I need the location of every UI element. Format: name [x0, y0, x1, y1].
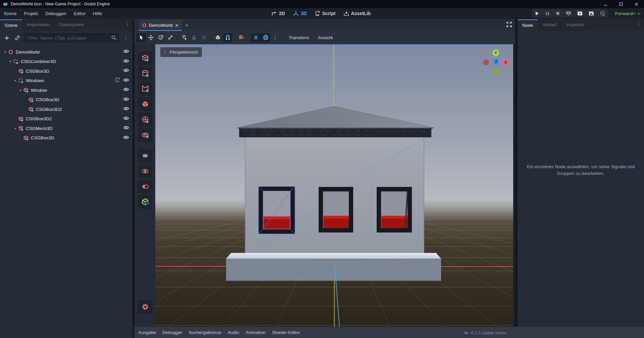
csg-polygon-tool-icon[interactable]	[138, 82, 153, 96]
scene-tab-demoworld[interactable]: DemoWorld	[139, 20, 182, 31]
menu-szene[interactable]: Szene	[0, 11, 20, 16]
play-icon[interactable]	[535, 11, 539, 16]
local-space-button[interactable]	[213, 33, 223, 42]
tab-2d[interactable]: 2D	[271, 11, 285, 16]
menu-editor[interactable]: Editor	[70, 11, 89, 16]
menu-projekt[interactable]: Projekt	[20, 11, 42, 16]
tree-node-demoworld[interactable]: ▾ DemoWorld	[0, 47, 132, 57]
panel-animation[interactable]: Animation	[246, 330, 266, 335]
chevron-down-icon[interactable]: ▾	[13, 79, 18, 82]
panel-shader-editor[interactable]: Shader-Editor	[272, 330, 300, 335]
minimize-button[interactable]	[598, 0, 613, 8]
script-icon[interactable]	[115, 77, 120, 84]
remote-play-icon[interactable]	[566, 11, 571, 16]
select-tool-button[interactable]	[136, 33, 146, 42]
add-node-button[interactable]	[3, 34, 11, 42]
tab-szene[interactable]: Szene	[0, 19, 22, 31]
csg-primitive-tool-icon[interactable]	[138, 97, 153, 111]
csg-union-icon[interactable]	[138, 149, 153, 163]
chevron-down-icon[interactable]: ▾	[13, 127, 18, 130]
tree-node-csgcombiner3d[interactable]: ▾ CSGCombiner3D	[0, 57, 132, 67]
renderer-selector[interactable]: Forward+	[615, 9, 641, 18]
tree-node-csgbox3d[interactable]: CSGBox3D	[0, 133, 132, 143]
lock-button[interactable]	[189, 33, 199, 42]
tree-node-csgbox3d[interactable]: CSGBox3D	[0, 95, 132, 105]
3d-viewport[interactable]: Y Z X ⋮ Perspektivisch	[155, 44, 513, 327]
play-custom-scene-icon[interactable]	[589, 11, 594, 16]
visibility-eye-icon[interactable]	[123, 58, 129, 65]
tree-node-csgbox3d2[interactable]: CSGBox3D2	[0, 114, 132, 124]
tree-node-csgbox3d[interactable]: CSGBox3D	[0, 66, 132, 76]
visibility-eye-icon[interactable]	[123, 116, 129, 122]
menu-debuggen[interactable]: Debuggen	[42, 11, 70, 16]
pause-icon[interactable]	[545, 11, 550, 16]
tab-node[interactable]: Node	[518, 19, 538, 31]
csg-subtraction-icon[interactable]	[138, 180, 153, 194]
snap-toggle-button[interactable]	[223, 33, 232, 42]
panel-audio[interactable]: Audio	[227, 330, 239, 335]
play-scene-icon[interactable]	[577, 11, 583, 16]
maximize-button[interactable]	[613, 0, 629, 8]
visibility-eye-icon[interactable]	[123, 96, 129, 103]
csg-intersection-icon[interactable]	[138, 164, 153, 178]
panel-debugger[interactable]: Debugger	[162, 330, 182, 335]
tab-dateisystem[interactable]: Dateisystem	[55, 19, 89, 31]
environment-toggle-button[interactable]	[261, 33, 270, 42]
viewport-options-icon[interactable]: ⋮	[270, 33, 280, 42]
tree-node-csgmesh3d[interactable]: ▾ CSGMesh3D	[0, 124, 132, 133]
visibility-eye-icon[interactable]	[123, 49, 129, 55]
csg-box-tool-icon[interactable]	[138, 51, 153, 65]
tree-node-window[interactable]: ▾ Window	[0, 85, 132, 95]
visibility-eye-icon[interactable]	[123, 106, 129, 113]
dock-menu-icon[interactable]: ⋮	[636, 21, 642, 27]
menu-hilfe[interactable]: Hilfe	[89, 11, 106, 16]
visibility-eye-icon[interactable]	[123, 125, 129, 132]
tree-node-csgbox3d2[interactable]: CSGBox3D2	[0, 105, 132, 114]
gridmap-icon[interactable]	[138, 195, 153, 209]
visibility-eye-icon[interactable]	[123, 77, 129, 84]
instance-scene-button[interactable]	[13, 34, 21, 42]
expand-viewport-icon[interactable]	[506, 21, 513, 29]
sun-toggle-button[interactable]	[251, 33, 261, 42]
chevron-down-icon[interactable]: ▾	[18, 88, 23, 92]
tree-node-windows[interactable]: ▾ Windows	[0, 76, 132, 86]
move-tool-button[interactable]	[146, 33, 156, 42]
dock-menu-icon[interactable]: ⋮	[124, 21, 130, 27]
close-tab-icon[interactable]	[175, 24, 178, 27]
camera-preview-button[interactable]	[237, 33, 247, 42]
chevron-down-icon[interactable]: ▾	[3, 50, 8, 54]
visibility-eye-icon[interactable]	[123, 87, 129, 93]
scene-filter-input[interactable]	[24, 33, 119, 43]
csg-cylinder-tool-icon[interactable]	[138, 66, 153, 80]
scale-tool-button[interactable]	[165, 33, 175, 42]
movie-mode-icon[interactable]	[600, 11, 605, 16]
tab-assetlib[interactable]: AssetLib	[343, 11, 371, 16]
csg-box-icon	[18, 68, 24, 74]
visibility-eye-icon[interactable]	[123, 68, 129, 74]
visibility-eye-icon[interactable]	[123, 135, 129, 141]
dock-splitter[interactable]	[515, 19, 518, 338]
tab-3d[interactable]: 3D	[293, 11, 307, 16]
chevron-down-icon[interactable]: ▾	[8, 60, 13, 63]
transform-menu[interactable]: Transform	[284, 35, 314, 40]
csg-torus-tool-icon[interactable]	[138, 128, 153, 142]
rotate-tool-button[interactable]	[156, 33, 165, 42]
perspective-menu[interactable]: ⋮ Perspektivisch	[160, 47, 202, 57]
playback-controls	[532, 9, 608, 18]
tab-script[interactable]: Script	[315, 11, 336, 16]
panel-ausgabe[interactable]: Ausgabe	[138, 330, 156, 335]
group-button[interactable]	[199, 33, 209, 42]
csg-sphere-tool-icon[interactable]	[138, 113, 153, 127]
close-button[interactable]	[629, 0, 644, 8]
add-scene-tab-button[interactable]: +	[182, 20, 192, 31]
tree-options-icon[interactable]: ⋮	[122, 34, 130, 42]
version-info[interactable]: 4.2.2.stable.mono	[464, 327, 506, 338]
panel-suchergebnisse[interactable]: Suchergebnisse	[189, 330, 221, 335]
view-menu[interactable]: Ansicht	[314, 35, 337, 40]
bake-gear-icon[interactable]	[138, 300, 153, 314]
stop-icon[interactable]	[556, 11, 560, 15]
tab-verlauf[interactable]: Verlauf	[538, 19, 561, 31]
tab-importieren[interactable]: Importieren	[22, 19, 54, 31]
tab-inspektor[interactable]: Inspektor	[561, 19, 589, 31]
list-select-button[interactable]	[179, 33, 189, 42]
